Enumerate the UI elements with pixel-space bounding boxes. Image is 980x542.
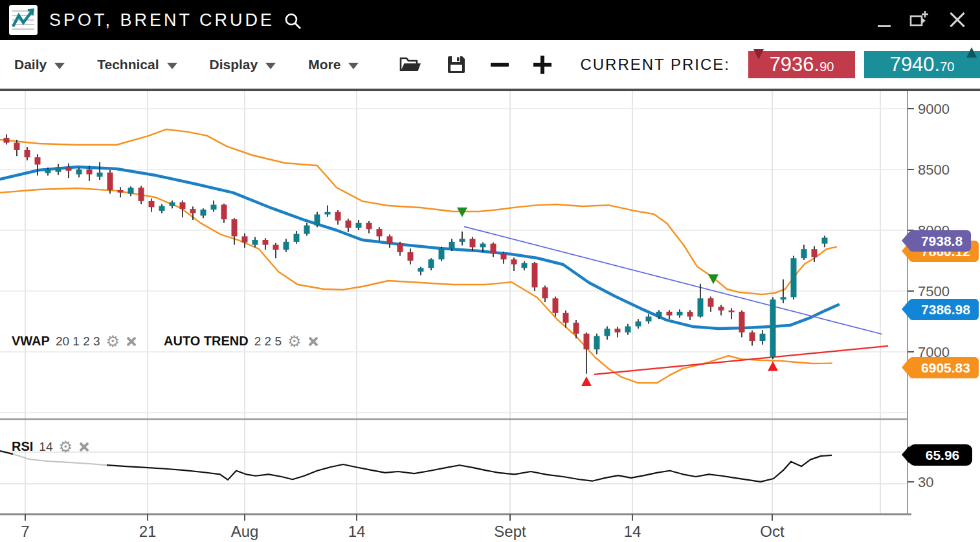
candle[interactable] [708, 298, 714, 307]
candle[interactable] [35, 157, 41, 164]
candle[interactable] [118, 190, 124, 193]
candle[interactable] [14, 143, 20, 150]
candle[interactable] [470, 239, 476, 247]
candle[interactable] [107, 173, 113, 190]
candle[interactable] [190, 209, 196, 213]
candle[interactable] [501, 254, 507, 259]
zoom-out-minus[interactable] [491, 63, 509, 67]
candle[interactable] [636, 321, 641, 327]
candle[interactable] [170, 202, 175, 206]
menu-daily[interactable]: Daily [14, 57, 65, 72]
candle[interactable] [56, 167, 61, 172]
candle[interactable] [553, 298, 559, 313]
candle[interactable] [66, 167, 72, 171]
gear-icon[interactable]: ⚙ [106, 335, 120, 348]
candle[interactable] [542, 287, 548, 298]
candle[interactable] [667, 312, 673, 316]
candle[interactable] [325, 212, 331, 215]
candle[interactable] [335, 212, 341, 221]
candle[interactable] [781, 297, 786, 299]
candle[interactable] [139, 188, 144, 201]
candle[interactable] [273, 245, 279, 250]
gear-icon[interactable]: ⚙ [58, 440, 72, 453]
candle[interactable] [449, 242, 455, 248]
candle[interactable] [346, 221, 351, 228]
candle[interactable] [159, 206, 165, 211]
candle[interactable] [491, 244, 496, 254]
candle[interactable] [149, 201, 155, 207]
save-icon[interactable] [447, 55, 466, 74]
close-icon[interactable] [949, 12, 966, 28]
minimize-icon[interactable] [878, 25, 891, 27]
search-icon[interactable] [284, 12, 303, 31]
candle[interactable] [625, 327, 631, 332]
band-lower[interactable] [0, 188, 832, 383]
candle[interactable] [284, 242, 289, 250]
open-folder-icon[interactable] [399, 56, 422, 74]
candle[interactable] [584, 334, 590, 349]
candle[interactable] [522, 263, 528, 268]
candle[interactable] [76, 169, 82, 175]
candle[interactable] [718, 307, 724, 310]
candle[interactable] [25, 150, 30, 157]
candle[interactable] [532, 263, 538, 288]
candle[interactable] [429, 259, 434, 268]
candle[interactable] [801, 249, 807, 258]
candle[interactable] [387, 236, 393, 243]
candle[interactable] [480, 244, 486, 248]
candle[interactable] [646, 316, 652, 321]
candle[interactable] [263, 240, 269, 245]
candle[interactable] [656, 312, 662, 317]
candle[interactable] [128, 188, 134, 193]
candle[interactable] [770, 299, 776, 356]
auto-trend-support[interactable] [594, 346, 888, 374]
candle[interactable] [377, 229, 383, 236]
auto-trend-resistance[interactable] [464, 226, 882, 334]
candle[interactable] [45, 169, 51, 173]
chart-area[interactable]: 9000850080007500700030721Aug14Sept14Oct … [0, 91, 980, 542]
candle[interactable] [698, 298, 704, 316]
candle[interactable] [791, 258, 797, 297]
candle[interactable] [729, 310, 735, 312]
candle[interactable] [687, 312, 693, 317]
pop-out-icon[interactable] [909, 10, 931, 30]
candle[interactable] [574, 323, 579, 334]
candle[interactable] [211, 205, 217, 210]
candle[interactable] [812, 249, 818, 257]
candle[interactable] [315, 215, 320, 226]
candle[interactable] [760, 334, 766, 341]
menu-more[interactable]: More [308, 57, 359, 72]
candle[interactable] [221, 205, 227, 220]
candle[interactable] [356, 223, 362, 228]
remove-indicator-icon[interactable] [307, 336, 319, 347]
candle[interactable] [252, 240, 258, 245]
menu-technical[interactable]: Technical [97, 57, 177, 72]
candle[interactable] [677, 312, 683, 316]
remove-indicator-icon[interactable] [78, 441, 90, 453]
candle[interactable] [366, 223, 372, 229]
candle[interactable] [822, 238, 828, 244]
candle[interactable] [605, 329, 610, 336]
candle[interactable] [511, 259, 517, 265]
candle[interactable] [439, 248, 445, 259]
candle[interactable] [242, 236, 248, 242]
candle[interactable] [180, 202, 186, 209]
candle[interactable] [418, 268, 424, 272]
candle[interactable] [304, 225, 310, 233]
zoom-in-plus[interactable] [533, 56, 551, 74]
candle[interactable] [4, 138, 10, 143]
candle[interactable] [97, 173, 103, 177]
gear-icon[interactable]: ⚙ [287, 335, 302, 348]
menu-display[interactable]: Display [210, 57, 276, 72]
candle[interactable] [201, 210, 206, 215]
candle[interactable] [294, 234, 300, 242]
candle[interactable] [232, 219, 238, 236]
remove-indicator-icon[interactable] [126, 336, 137, 347]
candle[interactable] [594, 336, 600, 350]
candle[interactable] [563, 313, 569, 323]
candle[interactable] [87, 169, 93, 175]
candle[interactable] [460, 239, 465, 242]
candle[interactable] [408, 252, 414, 261]
candle[interactable] [397, 244, 403, 252]
candle[interactable] [750, 332, 755, 341]
